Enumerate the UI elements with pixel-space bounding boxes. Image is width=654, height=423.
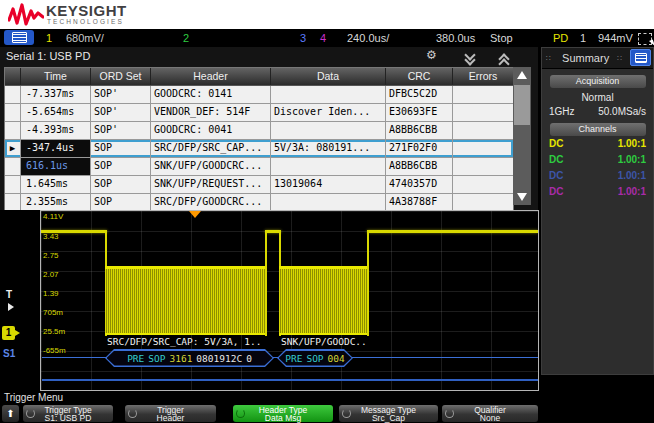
decode-table-header: Time ORD Set Header Data CRC Errors (5, 68, 513, 86)
y-axis-label: 2.07 (43, 270, 59, 279)
cell-data (271, 194, 386, 211)
col-crc: CRC (386, 68, 453, 85)
table-row[interactable]: 1.645ms SOP SNK/UFP/REQUEST... 13019064 … (5, 176, 513, 194)
cell-data (271, 86, 386, 103)
table-row[interactable]: -7.337ms SOP' GOODCRC: 0141 DFBC5C2D (5, 86, 513, 104)
decode-crc: 3161 (169, 353, 192, 364)
collapse-panel-button[interactable] (466, 51, 474, 64)
scroll-up-icon[interactable] (517, 71, 527, 79)
softkey-qualifier[interactable]: Qualifier None (442, 405, 538, 422)
packet1-decode-bubble: PRE SOP 3161 0801912C 0 (105, 349, 274, 367)
brand-name: KEYSIGHT (46, 2, 127, 19)
row-marker (5, 194, 21, 211)
channel-1-button[interactable]: 1 (46, 32, 52, 44)
cell-header: VENDOR_DEF: 514F (151, 104, 271, 121)
channel-1-ground-marker[interactable]: 1 (2, 326, 15, 340)
cell-time: 2.355ms (21, 194, 91, 211)
menu-title: Trigger Menu (4, 392, 63, 403)
decode-data: 004 (328, 353, 345, 364)
cell-time: -347.4us (21, 140, 91, 157)
cell-ord: SOP (91, 194, 151, 211)
table-row[interactable]: -4.393ms SOP' GOODCRC: 0041 A8BB6CBB (5, 122, 513, 140)
probe-ratio: 1.00:1 (618, 184, 646, 200)
table-row[interactable]: 616.1us SOP SNK/UFP/GOODCRC... A8BB6CBB (5, 158, 513, 176)
cell-crc: E30693FE (386, 104, 453, 121)
cell-data: Discover Iden... (271, 104, 386, 121)
serial-lane-label: S1 (3, 348, 15, 359)
cell-header: SRC/DFP/SRC_CAP... (151, 140, 271, 157)
gear-icon[interactable]: ⚙ (426, 48, 437, 62)
cell-data (271, 122, 386, 139)
y-axis-label: 2.75 (43, 251, 59, 260)
delay-readout: 380.0us (436, 32, 475, 44)
selected-row-marker-icon: ▶ (5, 140, 21, 157)
cell-data: 5V/3A: 080191... (271, 140, 386, 157)
scrollbar-thumb[interactable] (514, 85, 530, 125)
softkey-value: S1: USB PD (23, 414, 113, 422)
cell-errors (453, 176, 513, 193)
cell-data: 13019064 (271, 176, 386, 193)
scroll-down-icon[interactable] (517, 193, 527, 201)
cell-ord: SOP (91, 140, 151, 157)
cell-header: SNK/UFP/GOODCRC... (151, 158, 271, 175)
waveform-area: T 1 S1 4.11V 3.43 2.75 2.07 1.39 705m 25… (0, 210, 541, 392)
softkey-trigger[interactable]: Trigger Header (125, 405, 216, 422)
cell-ord: SOP' (91, 104, 151, 121)
row-marker (5, 176, 21, 193)
y-axis-label: 4.11V (43, 212, 63, 221)
trigger-arrow-icon (8, 303, 14, 311)
decode-sop: SOP (306, 353, 323, 364)
cell-ord: SOP' (91, 122, 151, 139)
cell-data (271, 158, 386, 175)
softkey-message-type[interactable]: Message Type Src_Cap (339, 405, 438, 422)
bandwidth-value: 1GHz (549, 106, 575, 117)
trace-idle-high (367, 230, 538, 233)
coupling-value: DC (549, 168, 563, 184)
back-button[interactable]: ⬆ (2, 405, 19, 422)
channel-2-button[interactable]: 2 (183, 32, 189, 44)
table-row[interactable]: -5.654ms SOP' VENDOR_DEF: 514F Discover … (5, 104, 513, 122)
table-row-selected[interactable]: ▶ -347.4us SOP SRC/DFP/SRC_CAP... 5V/3A:… (5, 140, 513, 158)
decode-pre: PRE (127, 353, 144, 364)
decode-sop: SOP (148, 353, 165, 364)
cell-time: -4.393ms (21, 122, 91, 139)
main-menu-button[interactable] (4, 30, 34, 45)
ground-marker-arrow-icon (15, 330, 20, 336)
trace-edge (265, 230, 267, 336)
packet2-summary: SNK/UFP/GOODC.. (281, 336, 367, 347)
softkey-trigger-type[interactable]: Trigger Type S1: USB PD (23, 405, 113, 422)
sample-rate-value: 50.0MSa/s (598, 106, 646, 117)
timebase-readout: 240.0us/ (347, 32, 389, 44)
channel-1-scale: 680mV/ (66, 32, 104, 44)
channel-summary-row: DC 1.00:1 (542, 168, 653, 184)
trace-edge (367, 230, 369, 336)
trigger-level-marker[interactable]: T (6, 289, 12, 300)
col-marker (5, 68, 21, 85)
acquisition-state: Stop (490, 32, 513, 44)
grip-dots-icon: ∷ (617, 54, 621, 63)
probe-ratio: 1.00:1 (618, 152, 646, 168)
y-axis-label: -655m (43, 346, 66, 355)
channel-3-button[interactable]: 3 (300, 32, 306, 44)
acquisition-rates: 1GHz 50.0MSa/s (542, 106, 653, 117)
sidebar-menu-button[interactable] (630, 49, 651, 66)
cell-crc: A8BB6CBB (386, 158, 453, 175)
y-axis-label: 705m (43, 308, 63, 317)
row-marker (5, 104, 21, 121)
channel-4-button[interactable]: 4 (320, 32, 326, 44)
decode-tail: 0 (246, 353, 252, 364)
trigger-time-marker-icon[interactable] (189, 211, 201, 218)
trace-burst-packet1 (105, 266, 267, 335)
table-scrollbar[interactable] (513, 67, 531, 205)
cell-errors (453, 140, 513, 157)
col-header: Header (151, 68, 271, 85)
decode-data: 0801912C (196, 353, 242, 364)
keysight-spark-icon (8, 3, 44, 26)
softkey-header-type[interactable]: Header Type Data Msg (233, 405, 333, 422)
softkey-value: None (442, 414, 538, 422)
coupling-value: DC (549, 152, 563, 168)
col-data: Data (271, 68, 386, 85)
row-marker (5, 122, 21, 139)
table-row[interactable]: 2.355ms SOP SRC/DFP/GOODCRC... 4A38788F (5, 194, 513, 211)
selection-tool-icon[interactable] (638, 33, 652, 45)
